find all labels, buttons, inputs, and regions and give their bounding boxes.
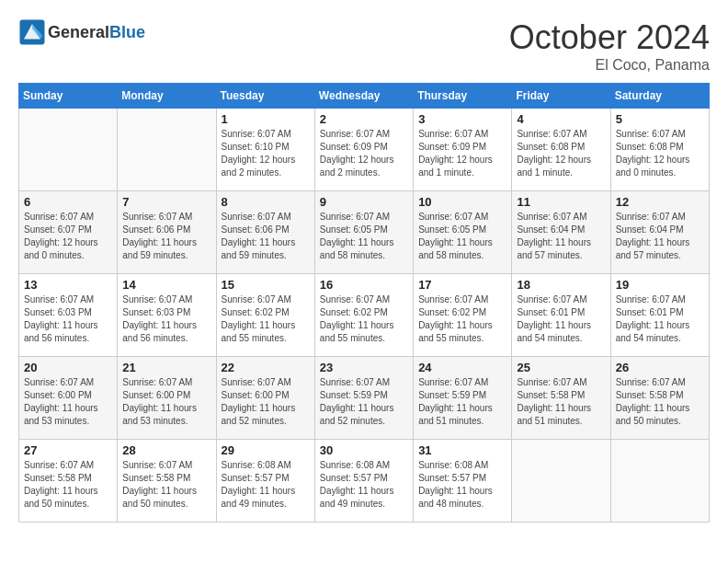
weekday-header: Friday	[512, 84, 610, 109]
calendar-cell: 31Sunrise: 6:08 AM Sunset: 5:57 PM Dayli…	[414, 440, 512, 523]
day-number: 1	[222, 112, 310, 126]
weekday-header: Saturday	[610, 84, 709, 109]
day-info: Sunrise: 6:07 AM Sunset: 6:09 PM Dayligh…	[320, 128, 408, 179]
day-number: 28	[122, 443, 210, 457]
calendar-cell: 11Sunrise: 6:07 AM Sunset: 6:04 PM Dayli…	[512, 191, 610, 274]
day-info: Sunrise: 6:07 AM Sunset: 6:04 PM Dayligh…	[517, 211, 605, 262]
calendar-cell: 21Sunrise: 6:07 AM Sunset: 6:00 PM Dayli…	[118, 357, 216, 440]
day-number: 13	[24, 278, 112, 292]
calendar-week-row: 1Sunrise: 6:07 AM Sunset: 6:10 PM Daylig…	[19, 109, 710, 191]
day-number: 20	[24, 361, 112, 374]
calendar-cell: 20Sunrise: 6:07 AM Sunset: 6:00 PM Dayli…	[19, 357, 118, 440]
calendar-cell: 8Sunrise: 6:07 AM Sunset: 6:06 PM Daylig…	[216, 191, 314, 274]
day-info: Sunrise: 6:07 AM Sunset: 6:00 PM Dayligh…	[24, 376, 112, 428]
day-info: Sunrise: 6:07 AM Sunset: 6:02 PM Dayligh…	[320, 293, 408, 345]
day-info: Sunrise: 6:07 AM Sunset: 6:01 PM Dayligh…	[517, 293, 605, 345]
calendar-cell: 27Sunrise: 6:07 AM Sunset: 5:58 PM Dayli…	[19, 440, 118, 523]
calendar-cell: 2Sunrise: 6:07 AM Sunset: 6:09 PM Daylig…	[314, 109, 413, 191]
day-number: 19	[616, 278, 704, 292]
day-info: Sunrise: 6:07 AM Sunset: 6:09 PM Dayligh…	[418, 128, 506, 179]
day-info: Sunrise: 6:07 AM Sunset: 5:59 PM Dayligh…	[418, 376, 506, 428]
calendar-week-row: 20Sunrise: 6:07 AM Sunset: 6:00 PM Dayli…	[19, 357, 710, 440]
day-info: Sunrise: 6:07 AM Sunset: 6:08 PM Dayligh…	[616, 128, 704, 179]
day-number: 23	[320, 361, 408, 374]
logo-text: GeneralBlue	[48, 23, 145, 42]
day-number: 3	[418, 112, 506, 126]
day-info: Sunrise: 6:07 AM Sunset: 6:02 PM Dayligh…	[418, 293, 506, 345]
day-number: 21	[122, 361, 210, 374]
day-info: Sunrise: 6:07 AM Sunset: 5:59 PM Dayligh…	[320, 376, 408, 428]
calendar-cell: 19Sunrise: 6:07 AM Sunset: 6:01 PM Dayli…	[610, 274, 709, 357]
calendar-cell	[19, 109, 118, 191]
day-number: 17	[418, 278, 506, 292]
day-number: 2	[320, 112, 408, 126]
calendar-cell: 6Sunrise: 6:07 AM Sunset: 6:07 PM Daylig…	[19, 191, 118, 274]
day-info: Sunrise: 6:08 AM Sunset: 5:57 PM Dayligh…	[222, 459, 310, 511]
day-info: Sunrise: 6:07 AM Sunset: 6:08 PM Dayligh…	[517, 128, 605, 179]
calendar-body: 1Sunrise: 6:07 AM Sunset: 6:10 PM Daylig…	[19, 109, 710, 523]
day-info: Sunrise: 6:07 AM Sunset: 6:06 PM Dayligh…	[222, 211, 310, 262]
day-number: 26	[616, 361, 704, 374]
day-info: Sunrise: 6:07 AM Sunset: 6:03 PM Dayligh…	[122, 293, 210, 345]
calendar-cell: 9Sunrise: 6:07 AM Sunset: 6:05 PM Daylig…	[314, 191, 413, 274]
calendar-cell: 16Sunrise: 6:07 AM Sunset: 6:02 PM Dayli…	[314, 274, 413, 357]
day-info: Sunrise: 6:07 AM Sunset: 6:00 PM Dayligh…	[222, 376, 310, 428]
page-header: GeneralBlue October 2024 El Coco, Panama	[18, 18, 710, 74]
calendar-cell: 30Sunrise: 6:08 AM Sunset: 5:57 PM Dayli…	[314, 440, 413, 523]
calendar-cell: 5Sunrise: 6:07 AM Sunset: 6:08 PM Daylig…	[610, 109, 709, 191]
day-info: Sunrise: 6:07 AM Sunset: 6:00 PM Dayligh…	[122, 376, 210, 428]
calendar-cell	[610, 440, 709, 523]
day-number: 8	[222, 195, 310, 209]
calendar-cell: 15Sunrise: 6:07 AM Sunset: 6:02 PM Dayli…	[216, 274, 314, 357]
day-number: 5	[616, 112, 704, 126]
calendar-cell: 12Sunrise: 6:07 AM Sunset: 6:04 PM Dayli…	[610, 191, 709, 274]
logo-blue: Blue	[109, 23, 145, 41]
calendar-cell	[118, 109, 216, 191]
day-info: Sunrise: 6:07 AM Sunset: 6:06 PM Dayligh…	[122, 211, 210, 262]
calendar-cell: 17Sunrise: 6:07 AM Sunset: 6:02 PM Dayli…	[414, 274, 512, 357]
day-number: 12	[616, 195, 704, 209]
day-info: Sunrise: 6:07 AM Sunset: 6:04 PM Dayligh…	[616, 211, 704, 262]
calendar-cell: 22Sunrise: 6:07 AM Sunset: 6:00 PM Dayli…	[216, 357, 314, 440]
weekday-row: SundayMondayTuesdayWednesdayThursdayFrid…	[19, 84, 710, 109]
day-info: Sunrise: 6:07 AM Sunset: 6:07 PM Dayligh…	[24, 211, 112, 262]
location-title: El Coco, Panama	[509, 57, 710, 74]
day-info: Sunrise: 6:07 AM Sunset: 5:58 PM Dayligh…	[24, 459, 112, 511]
weekday-header: Wednesday	[314, 84, 413, 109]
day-number: 10	[418, 195, 506, 209]
month-title: October 2024	[509, 18, 710, 57]
day-info: Sunrise: 6:08 AM Sunset: 5:57 PM Dayligh…	[418, 459, 506, 511]
day-info: Sunrise: 6:08 AM Sunset: 5:57 PM Dayligh…	[320, 459, 408, 511]
calendar-cell: 4Sunrise: 6:07 AM Sunset: 6:08 PM Daylig…	[512, 109, 610, 191]
calendar-week-row: 6Sunrise: 6:07 AM Sunset: 6:07 PM Daylig…	[19, 191, 710, 274]
calendar-table: SundayMondayTuesdayWednesdayThursdayFrid…	[18, 83, 710, 523]
day-number: 27	[24, 443, 112, 457]
day-info: Sunrise: 6:07 AM Sunset: 6:10 PM Dayligh…	[222, 128, 310, 179]
day-number: 14	[122, 278, 210, 292]
calendar-cell: 24Sunrise: 6:07 AM Sunset: 5:59 PM Dayli…	[414, 357, 512, 440]
calendar-cell: 28Sunrise: 6:07 AM Sunset: 5:58 PM Dayli…	[118, 440, 216, 523]
day-number: 11	[517, 195, 605, 209]
day-number: 24	[418, 361, 506, 374]
calendar-week-row: 13Sunrise: 6:07 AM Sunset: 6:03 PM Dayli…	[19, 274, 710, 357]
weekday-header: Tuesday	[216, 84, 314, 109]
day-number: 6	[24, 195, 112, 209]
day-number: 9	[320, 195, 408, 209]
day-info: Sunrise: 6:07 AM Sunset: 6:03 PM Dayligh…	[24, 293, 112, 345]
day-info: Sunrise: 6:07 AM Sunset: 6:05 PM Dayligh…	[418, 211, 506, 262]
calendar-cell: 18Sunrise: 6:07 AM Sunset: 6:01 PM Dayli…	[512, 274, 610, 357]
day-number: 30	[320, 443, 408, 457]
calendar-cell: 13Sunrise: 6:07 AM Sunset: 6:03 PM Dayli…	[19, 274, 118, 357]
logo: GeneralBlue	[18, 18, 145, 46]
day-info: Sunrise: 6:07 AM Sunset: 6:02 PM Dayligh…	[222, 293, 310, 345]
weekday-header: Thursday	[414, 84, 512, 109]
weekday-header: Monday	[118, 84, 216, 109]
day-number: 15	[222, 278, 310, 292]
calendar-cell: 29Sunrise: 6:08 AM Sunset: 5:57 PM Dayli…	[216, 440, 314, 523]
calendar-cell: 25Sunrise: 6:07 AM Sunset: 5:58 PM Dayli…	[512, 357, 610, 440]
calendar-cell: 14Sunrise: 6:07 AM Sunset: 6:03 PM Dayli…	[118, 274, 216, 357]
day-number: 25	[517, 361, 605, 374]
logo-icon	[18, 18, 46, 46]
day-number: 4	[517, 112, 605, 126]
weekday-header: Sunday	[19, 84, 118, 109]
